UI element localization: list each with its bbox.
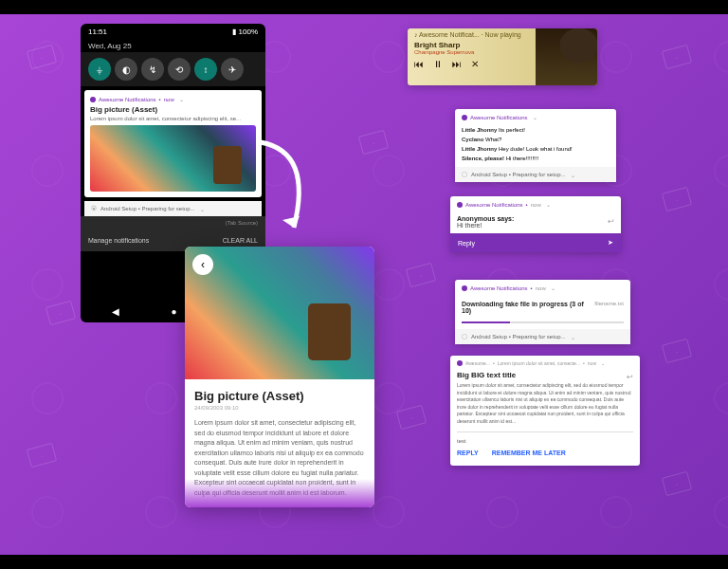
chevron-down-icon[interactable]: ⌄ (533, 114, 537, 120)
back-button[interactable]: ‹ (192, 254, 213, 275)
reply-action[interactable]: REPLY (457, 450, 479, 456)
detail-title: Big picture (Asset) (194, 389, 365, 403)
notif-title: Big picture (Asset) (90, 105, 256, 114)
android-setup-row[interactable]: Android Setup • Preparing for setup...⌄ (84, 201, 262, 216)
app-dot-icon (457, 202, 463, 208)
chevron-down-icon[interactable]: ⌄ (546, 201, 551, 208)
status-battery: ▮ 100% (232, 28, 258, 36)
reply-input[interactable]: Reply➤ (450, 233, 621, 252)
bluetooth-toggle[interactable]: ↯ (141, 58, 164, 81)
manage-notifications-link[interactable]: Manage notifications (88, 237, 149, 244)
status-date: Wed, Aug 25 (81, 40, 265, 52)
clear-all-button[interactable]: CLEAR ALL (223, 237, 258, 244)
progress-notification[interactable]: Awesome Notifications • now⌄ Downloading… (455, 280, 630, 344)
bigtext-title: Big BIG text title (450, 371, 640, 379)
gear-icon (461, 333, 468, 340)
notification-card[interactable]: Awesome Notifications • now⌄ Big picture… (84, 90, 262, 197)
status-time: 11:51 (88, 28, 107, 36)
app-dot-icon (457, 360, 463, 366)
notif-body: Lorem ipsum dolor sit amet, consectetur … (90, 116, 256, 121)
reply-sender: Anonymous says: (450, 212, 621, 222)
nav-back-icon[interactable]: ◀ (112, 306, 119, 317)
dnd-toggle[interactable]: ◐ (115, 58, 137, 81)
download-title: Downloading fake file in progress (3 of … (462, 301, 594, 314)
airplane-toggle[interactable]: ✈ (221, 58, 244, 81)
remember-later-action[interactable]: REMEMBER ME LATER (492, 450, 566, 456)
bigtext-body: Lorem ipsum dolor sit amet, consectetur … (450, 379, 640, 428)
bigtext-notification[interactable]: Awesome... • Lorem ipsum dolor sit amet,… (450, 356, 640, 466)
quick-settings-row: ⏚ ◐ ↯ ⟲ ↕ ✈ (81, 52, 265, 86)
reply-arrow-icon[interactable]: ↩ (627, 373, 633, 381)
app-dot-icon (90, 97, 96, 102)
chevron-down-icon[interactable]: ⌄ (601, 360, 605, 366)
svg-point-2 (462, 334, 466, 339)
prev-track-icon[interactable]: ⏮ (414, 59, 424, 69)
nav-home-icon[interactable]: ● (171, 306, 176, 317)
chevron-down-icon[interactable]: ⌄ (179, 96, 184, 102)
detail-screen: ‹ Big picture (Asset) 24/09/2003 09:10 L… (185, 247, 374, 507)
next-track-icon[interactable]: ⏭ (452, 59, 462, 69)
app-dot-icon (462, 285, 467, 291)
close-icon[interactable]: ✕ (471, 59, 479, 69)
reply-arrow-icon[interactable]: ↩ (608, 217, 614, 226)
messaging-notification[interactable]: Awesome Notifications⌄ Little Jhonny Its… (455, 109, 616, 182)
send-icon[interactable]: ➤ (608, 239, 613, 247)
svg-point-1 (462, 172, 466, 176)
app-dot-icon (462, 115, 467, 120)
progress-bar (462, 321, 624, 323)
svg-point-0 (93, 208, 95, 210)
gear-icon (90, 205, 98, 212)
album-art (536, 28, 597, 85)
reply-text: Hi there! (450, 222, 621, 233)
download-filename: filename.txt (594, 301, 624, 314)
reply-notification[interactable]: Awesome Notifications • now⌄ Anonymous s… (450, 196, 621, 252)
detail-date: 24/09/2003 09:10 (194, 405, 365, 411)
bigtext-summary: test (450, 436, 640, 446)
data-toggle[interactable]: ↕ (194, 58, 217, 81)
notif-big-picture (90, 125, 256, 192)
wifi-toggle[interactable]: ⏚ (88, 58, 111, 81)
pause-icon[interactable]: ⏸ (433, 59, 443, 69)
gear-icon (461, 171, 468, 178)
rotate-toggle[interactable]: ⟲ (168, 58, 191, 81)
detail-hero-image: ‹ (185, 247, 374, 379)
media-notification[interactable]: ♪ Awesome Notificat... · Now playing Bri… (408, 28, 597, 85)
